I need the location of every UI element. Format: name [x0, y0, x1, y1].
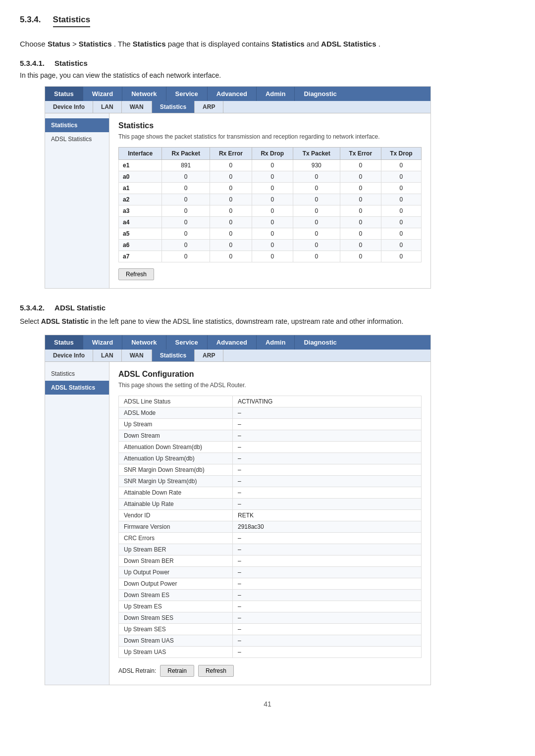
adsl-row-label: Up Stream ES: [119, 601, 233, 612]
nav-advanced[interactable]: Advanced: [208, 87, 257, 101]
sub-arp[interactable]: ARP: [195, 101, 223, 113]
adsl-row-value: –: [233, 499, 422, 510]
table-cell-interface: a2: [119, 194, 162, 205]
sub-wan[interactable]: WAN: [122, 101, 152, 113]
sub-device-info[interactable]: Device Info: [45, 101, 93, 113]
sub-lan[interactable]: LAN: [93, 101, 122, 113]
adsl-row: Up Stream SES–: [119, 624, 422, 635]
intro-bold5: ADSL Statistics: [321, 40, 376, 48]
adsl-row-label: Up Stream BER: [119, 544, 233, 555]
table-row: a1000000: [119, 183, 422, 194]
table-cell: 0: [252, 205, 293, 217]
sub2-lan[interactable]: LAN: [93, 350, 122, 361]
sub-section-number-2: 5.3.4.2.: [20, 303, 45, 312]
sub2-intro: Select ADSL Statistic in the left pane t…: [20, 316, 515, 327]
adsl-row-value: –: [233, 407, 422, 419]
adsl-row-value: –: [233, 624, 422, 635]
adsl-row-value: –: [233, 647, 422, 658]
panel1-content: Statistics This page shows the packet st…: [109, 113, 430, 288]
table-cell: 0: [162, 217, 210, 228]
adsl-row: Vendor IDRETK: [119, 510, 422, 521]
table-cell: 0: [340, 251, 381, 262]
col-tx-packet: Tx Packet: [293, 148, 340, 160]
nav-status[interactable]: Status: [45, 87, 83, 101]
nav-bar-1: Status Wizard Network Service Advanced A…: [45, 87, 430, 101]
table-cell-interface: a6: [119, 240, 162, 251]
nav2-advanced[interactable]: Advanced: [208, 335, 257, 350]
retrain-button[interactable]: Retrain: [160, 665, 194, 677]
nav-service[interactable]: Service: [166, 87, 208, 101]
adsl-row-value: –: [233, 590, 422, 601]
table-cell: 0: [293, 183, 340, 194]
table-cell: 0: [381, 240, 421, 251]
table-cell: 0: [293, 228, 340, 240]
adsl-row-value: –: [233, 430, 422, 442]
refresh-button-1[interactable]: Refresh: [118, 268, 154, 280]
panel2-content: ADSL Configuration This page shows the s…: [109, 362, 430, 685]
adsl-row: Down Stream ES–: [119, 590, 422, 601]
intro-mid: . The: [114, 40, 131, 48]
adsl-row: Down Stream–: [119, 430, 422, 442]
table-row: e18910093000: [119, 160, 422, 171]
table-cell: 0: [162, 228, 210, 240]
table-cell: 0: [210, 228, 252, 240]
sub2-post: in the left pane to view the ADSL line s…: [91, 317, 403, 325]
panel2-body: Statistics ADSL Statistics ADSL Configur…: [45, 362, 430, 685]
sidebar2-statistics[interactable]: Statistics: [45, 367, 109, 381]
nav2-status[interactable]: Status: [45, 335, 83, 350]
nav-bar-2: Status Wizard Network Service Advanced A…: [45, 335, 430, 350]
page-number: 41: [20, 700, 515, 708]
nav-wizard[interactable]: Wizard: [83, 87, 123, 101]
sub2-arp[interactable]: ARP: [195, 350, 223, 361]
adsl-row-label: Up Output Power: [119, 567, 233, 578]
nav2-admin[interactable]: Admin: [257, 335, 295, 350]
table-cell: 0: [252, 194, 293, 205]
sub2-device-info[interactable]: Device Info: [45, 350, 93, 361]
table-cell: 0: [340, 171, 381, 183]
adsl-row-label: Down Stream SES: [119, 612, 233, 624]
adsl-row-value: –: [233, 453, 422, 464]
sidebar2-adsl-statistics[interactable]: ADSL Statistics: [45, 381, 109, 395]
sidebar-adsl-statistics[interactable]: ADSL Statistics: [45, 132, 109, 146]
adsl-row: Up Stream UAS–: [119, 647, 422, 658]
adsl-row-value: –: [233, 612, 422, 624]
table-cell: 0: [340, 217, 381, 228]
adsl-row-value: –: [233, 476, 422, 487]
adsl-row: Attenuation Up Stream(db)–: [119, 453, 422, 464]
sub2-wan[interactable]: WAN: [122, 350, 152, 361]
adsl-row: Up Stream ES–: [119, 601, 422, 612]
refresh-button-2[interactable]: Refresh: [198, 665, 234, 677]
sub2-statistics[interactable]: Statistics: [152, 350, 195, 361]
sub-section-5341: 5.3.4.1. Statistics: [20, 59, 515, 67]
adsl-row-value: –: [233, 419, 422, 430]
table-cell: 0: [210, 160, 252, 171]
sidebar-statistics[interactable]: Statistics: [45, 118, 109, 132]
sub-nav-bar-2: Device Info LAN WAN Statistics ARP: [45, 350, 430, 362]
adsl-row-label: Down Output Power: [119, 578, 233, 590]
adsl-statistics-panel: Status Wizard Network Service Advanced A…: [45, 335, 431, 685]
nav-network[interactable]: Network: [122, 87, 166, 101]
adsl-row-label: Up Stream: [119, 419, 233, 430]
adsl-row-value: –: [233, 601, 422, 612]
nav-admin[interactable]: Admin: [257, 87, 295, 101]
adsl-row-label: Vendor ID: [119, 510, 233, 521]
nav-diagnostic[interactable]: Diagnostic: [295, 87, 345, 101]
adsl-row: Up Stream–: [119, 419, 422, 430]
table-cell: 0: [162, 240, 210, 251]
sub-statistics[interactable]: Statistics: [152, 101, 195, 113]
section-number: 5.3.4.: [20, 15, 41, 25]
adsl-row: Down Stream BER–: [119, 555, 422, 567]
table-cell: 0: [210, 205, 252, 217]
adsl-row: Down Stream SES–: [119, 612, 422, 624]
col-tx-drop: Tx Drop: [381, 148, 421, 160]
panel2-title: ADSL Configuration: [118, 370, 422, 379]
nav2-service[interactable]: Service: [166, 335, 208, 350]
adsl-row-label: Firmware Version: [119, 521, 233, 533]
nav2-network[interactable]: Network: [122, 335, 166, 350]
table-cell: 0: [162, 251, 210, 262]
adsl-row-label: ADSL Line Status: [119, 396, 233, 407]
table-cell: 0: [210, 194, 252, 205]
nav2-wizard[interactable]: Wizard: [83, 335, 123, 350]
adsl-config-table: ADSL Line StatusACTIVATINGADSL Mode–Up S…: [118, 396, 422, 658]
nav2-diagnostic[interactable]: Diagnostic: [295, 335, 345, 350]
